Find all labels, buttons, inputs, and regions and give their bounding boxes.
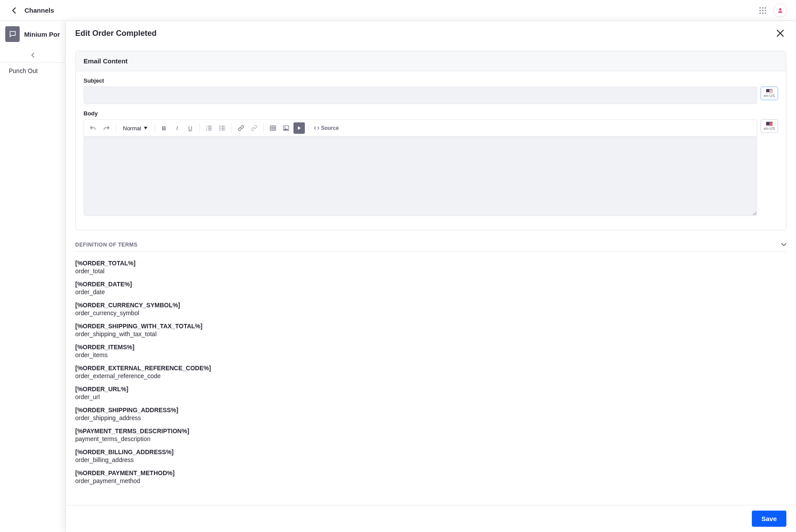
us-flag-icon: [766, 89, 773, 94]
underline-button[interactable]: U: [185, 122, 196, 134]
term-value: order_shipping_address: [75, 414, 786, 421]
bold-button[interactable]: B: [158, 122, 170, 134]
source-button[interactable]: Source: [312, 122, 341, 134]
page-title: Channels: [24, 7, 54, 14]
term-key: [%ORDER_BILLING_ADDRESS%]: [75, 449, 786, 456]
table-icon: [270, 125, 276, 131]
subject-label: Subject: [84, 77, 778, 84]
svg-point-6: [760, 12, 761, 14]
table-button[interactable]: [267, 122, 279, 134]
sidebar: Minium Por Punch Out: [0, 21, 66, 532]
svg-rect-15: [270, 126, 276, 131]
image-button[interactable]: [280, 122, 292, 134]
term-item: [%ORDER_TOTAL%]order_total: [75, 260, 786, 275]
term-item: [%PAYMENT_TERMS_DESCRIPTION%]payment_ter…: [75, 428, 786, 442]
svg-point-17: [284, 127, 285, 128]
source-label: Source: [321, 125, 339, 131]
undo-button[interactable]: [87, 122, 99, 134]
sidebar-back-button[interactable]: [0, 47, 65, 63]
caret-down-icon: [144, 127, 147, 129]
edit-panel: Edit Order Completed Email Content Subje…: [66, 21, 796, 532]
unlink-icon: [251, 125, 257, 131]
term-key: [%ORDER_SHIPPING_WITH_TAX_TOTAL%]: [75, 323, 786, 330]
style-select-label: Normal: [123, 125, 141, 132]
chat-icon: [9, 30, 17, 38]
undo-icon: [90, 125, 96, 131]
chevron-left-icon: [31, 52, 35, 58]
ol-icon: 123: [206, 125, 212, 131]
definition-of-terms-toggle[interactable]: Definition of Terms: [75, 238, 786, 252]
panel-header: Edit Order Completed: [66, 21, 796, 45]
term-item: [%ORDER_DATE%]order_date: [75, 281, 786, 296]
term-key: [%ORDER_PAYMENT_METHOD%]: [75, 469, 786, 476]
svg-point-5: [765, 10, 766, 11]
user-icon: [777, 7, 783, 14]
user-avatar-button[interactable]: [773, 3, 787, 17]
term-key: [%ORDER_SHIPPING_ADDRESS%]: [75, 407, 786, 414]
redo-icon: [103, 125, 109, 131]
term-key: [%ORDER_URL%]: [75, 386, 786, 393]
term-value: order_url: [75, 393, 786, 400]
unlink-button[interactable]: [248, 122, 260, 134]
svg-point-1: [762, 7, 764, 8]
term-value: order_external_reference_code: [75, 372, 786, 379]
term-item: [%ORDER_PAYMENT_METHOD%]order_payment_me…: [75, 469, 786, 484]
close-icon: [776, 29, 784, 37]
portal-icon: [5, 26, 20, 42]
term-item: [%ORDER_SHIPPING_WITH_TAX_TOTAL%]order_s…: [75, 323, 786, 337]
term-item: [%ORDER_BILLING_ADDRESS%]order_billing_a…: [75, 449, 786, 463]
term-item: [%ORDER_URL%]order_url: [75, 386, 786, 400]
term-key: [%ORDER_TOTAL%]: [75, 260, 786, 267]
svg-point-2: [765, 7, 766, 8]
sidebar-item-punchout[interactable]: Punch Out: [0, 63, 65, 79]
image-icon: [283, 125, 289, 131]
paragraph-style-select[interactable]: Normal: [119, 122, 151, 134]
locale-selector-subject[interactable]: en-US: [761, 87, 778, 100]
unordered-list-button[interactable]: [216, 122, 228, 134]
panel-footer: Save: [66, 505, 796, 532]
italic-button[interactable]: I: [171, 122, 183, 134]
grid-icon: [759, 7, 766, 14]
apps-menu-button[interactable]: [756, 3, 770, 17]
term-key: [%PAYMENT_TERMS_DESCRIPTION%]: [75, 428, 786, 435]
term-value: order_shipping_with_tax_total: [75, 330, 786, 337]
video-button[interactable]: [293, 122, 305, 134]
ordered-list-button[interactable]: 123: [203, 122, 215, 134]
email-content-header: Email Content: [76, 51, 786, 71]
term-value: order_date: [75, 289, 786, 296]
svg-point-13: [220, 128, 220, 129]
svg-point-7: [762, 12, 764, 14]
term-value: order_total: [75, 268, 786, 275]
save-button[interactable]: Save: [752, 511, 786, 527]
term-value: order_currency_symbol: [75, 309, 786, 316]
code-icon: [314, 125, 319, 131]
link-button[interactable]: [235, 122, 247, 134]
term-key: [%ORDER_CURRENCY_SYMBOL%]: [75, 302, 786, 309]
editor-toolbar: Normal B I U 123: [84, 120, 757, 137]
body-label: Body: [84, 110, 778, 117]
redo-button[interactable]: [101, 122, 112, 134]
portal-name: Minium Por: [24, 31, 60, 38]
terms-list: [%ORDER_TOTAL%]order_total[%ORDER_DATE%]…: [75, 252, 786, 499]
term-item: [%ORDER_SHIPPING_ADDRESS%]order_shipping…: [75, 407, 786, 421]
locale-selector-body[interactable]: en-US: [761, 119, 778, 133]
ul-icon: [219, 125, 225, 131]
subject-input[interactable]: [84, 87, 757, 104]
locale-label: en-US: [764, 126, 775, 131]
term-value: payment_terms_description: [75, 435, 786, 442]
svg-point-12: [220, 125, 220, 126]
term-value: order_billing_address: [75, 456, 786, 463]
panel-title: Edit Order Completed: [75, 29, 157, 38]
term-value: order_items: [75, 351, 786, 358]
term-key: [%ORDER_EXTERNAL_REFERENCE_CODE%]: [75, 365, 786, 372]
svg-text:3: 3: [206, 129, 207, 131]
email-content-card: Email Content Subject en-US Body: [75, 51, 786, 230]
svg-point-3: [760, 10, 761, 11]
term-item: [%ORDER_CURRENCY_SYMBOL%]order_currency_…: [75, 302, 786, 316]
rich-text-editor: Normal B I U 123: [84, 119, 757, 216]
topbar: Channels: [0, 0, 796, 21]
chevron-left-icon: [12, 7, 16, 14]
close-button[interactable]: [774, 27, 786, 39]
back-button[interactable]: [9, 5, 19, 16]
body-editor-area[interactable]: [84, 137, 757, 216]
